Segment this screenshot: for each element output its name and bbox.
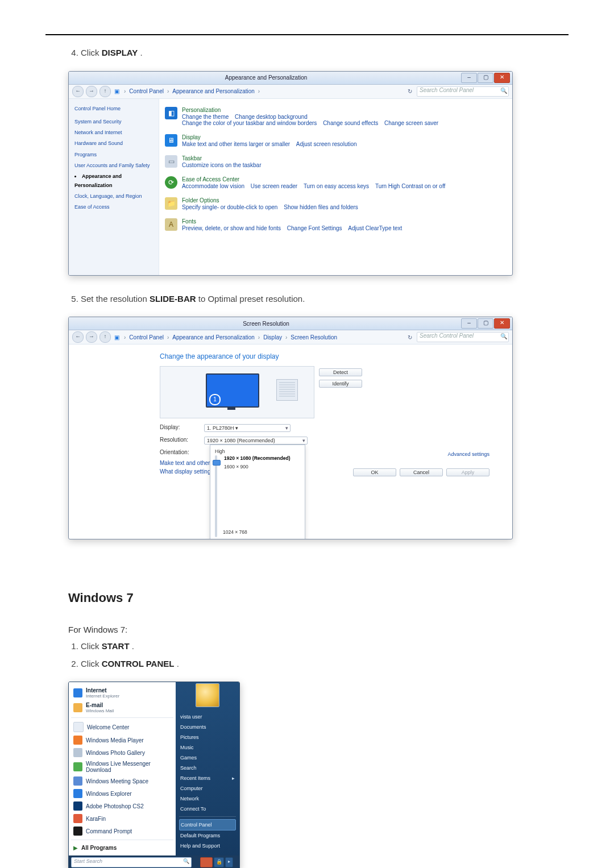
- maximize-button[interactable]: ▢: [478, 318, 493, 329]
- cancel-button[interactable]: Cancel: [400, 468, 443, 476]
- advanced-settings-link[interactable]: Advanced settings: [447, 451, 489, 457]
- resolution-slider-popup[interactable]: High 1920 × 1080 (Recommended) 1600 × 90…: [210, 445, 305, 539]
- right-item[interactable]: Pictures: [179, 732, 236, 742]
- ok-button[interactable]: OK: [353, 468, 396, 476]
- monitor-1[interactable]: 1: [206, 373, 259, 408]
- category-link[interactable]: Use screen reader: [251, 183, 297, 189]
- category-link[interactable]: Customize icons on the taskbar: [182, 162, 262, 168]
- maximize-button[interactable]: ▢: [478, 73, 493, 83]
- nav-up-button[interactable]: ↑: [99, 331, 111, 343]
- apply-button[interactable]: Apply: [446, 468, 489, 476]
- start-item-internet[interactable]: Internet Internet Explorer: [71, 686, 173, 700]
- start-item[interactable]: Welcome Center: [71, 720, 173, 734]
- category-link[interactable]: Make text and other items larger or smal…: [182, 141, 290, 147]
- right-item[interactable]: Games: [179, 753, 236, 763]
- titlebar[interactable]: Appearance and Personalization – ▢ ✕: [69, 72, 512, 85]
- sidebar-item[interactable]: Network and Internet: [74, 128, 154, 137]
- minimize-button[interactable]: –: [461, 318, 477, 329]
- right-item[interactable]: Computer: [179, 783, 236, 794]
- sidebar-item[interactable]: Programs: [74, 151, 154, 159]
- category-link[interactable]: Show hidden files and folders: [284, 204, 358, 210]
- right-item[interactable]: Help and Support: [179, 841, 236, 851]
- resolution-option[interactable]: 1600 × 900: [224, 463, 300, 471]
- category-link[interactable]: Adjust screen resolution: [296, 141, 357, 147]
- search-input[interactable]: Search Control Panel 🔍: [417, 86, 509, 97]
- refresh-button[interactable]: ↻: [408, 334, 412, 340]
- category-link[interactable]: Change screen saver: [384, 120, 438, 126]
- sidebar-item[interactable]: Hardware and Sound: [74, 139, 154, 148]
- start-item[interactable]: Command Prompt: [71, 825, 173, 837]
- right-item[interactable]: Connect To: [179, 804, 236, 814]
- resolution-option[interactable]: 1920 × 1080 (Recommended): [224, 454, 300, 463]
- category-title[interactable]: Folder Options: [182, 197, 358, 203]
- display-select[interactable]: 1. PL2780H ▾: [204, 424, 291, 432]
- user-avatar[interactable]: [196, 683, 219, 707]
- breadcrumb[interactable]: Appearance and Personalization: [172, 88, 255, 94]
- breadcrumb[interactable]: Display: [263, 334, 282, 340]
- category-link[interactable]: Change sound effects: [323, 120, 378, 126]
- sidebar-item[interactable]: User Accounts and Family Safety: [74, 161, 154, 170]
- right-item[interactable]: Music: [179, 742, 236, 753]
- close-button[interactable]: ✕: [494, 318, 510, 329]
- right-item[interactable]: Documents: [179, 722, 236, 732]
- resolution-select[interactable]: 1920 × 1080 (Recommended): [204, 437, 308, 445]
- refresh-button[interactable]: ↻: [408, 88, 412, 94]
- sidebar-item[interactable]: Ease of Access: [74, 203, 154, 211]
- start-item[interactable]: Adobe Photoshop CS2: [71, 800, 173, 812]
- category-title[interactable]: Fonts: [182, 218, 402, 225]
- start-item[interactable]: Windows Meeting Space: [71, 775, 173, 787]
- lock-button[interactable]: 🔒: [214, 857, 224, 867]
- sidebar-item[interactable]: System and Security: [74, 118, 154, 126]
- category-title[interactable]: Display: [182, 134, 357, 140]
- start-item[interactable]: Windows Media Player: [71, 734, 173, 746]
- slider-thumb[interactable]: [213, 460, 221, 466]
- nav-forward-button[interactable]: →: [86, 86, 97, 97]
- all-programs[interactable]: ▶ All Programs: [71, 842, 173, 853]
- right-item[interactable]: Search: [179, 763, 236, 773]
- secondary-device-icon[interactable]: [276, 379, 298, 401]
- detect-button[interactable]: Detect: [319, 368, 362, 376]
- category-link[interactable]: Change Font Settings: [287, 225, 342, 231]
- slider-track[interactable]: [215, 455, 217, 537]
- category-link[interactable]: Turn on easy access keys: [304, 183, 369, 189]
- category-link[interactable]: Turn High Contrast on or off: [375, 183, 445, 189]
- breadcrumb[interactable]: Appearance and Personalization: [172, 334, 255, 340]
- sidebar-home[interactable]: Control Panel Home: [74, 105, 154, 113]
- category-link[interactable]: Preview, delete, or show and hide fonts: [182, 225, 281, 231]
- breadcrumb[interactable]: Control Panel: [129, 334, 164, 340]
- breadcrumb[interactable]: Screen Resolution: [291, 334, 337, 340]
- nav-up-button[interactable]: ↑: [99, 86, 111, 97]
- category-link[interactable]: Change desktop background: [235, 114, 308, 120]
- start-search-input[interactable]: Start Search 🔍: [71, 857, 192, 867]
- search-input[interactable]: Search Control Panel 🔍: [417, 332, 509, 342]
- category-title[interactable]: Personalization: [182, 107, 438, 113]
- identify-button[interactable]: Identify: [319, 380, 362, 388]
- category-link[interactable]: Adjust ClearType text: [348, 225, 402, 231]
- sidebar-item[interactable]: Clock, Language, and Region: [74, 192, 154, 201]
- breadcrumb[interactable]: Control Panel: [129, 88, 164, 94]
- start-item[interactable]: Windows Explorer: [71, 787, 173, 800]
- category-title[interactable]: Taskbar: [182, 155, 262, 161]
- start-item[interactable]: Windows Live Messenger Download: [71, 759, 173, 775]
- start-item-email[interactable]: E-mail Windows Mail: [71, 700, 173, 715]
- category-link[interactable]: Change the theme: [182, 114, 229, 120]
- power-button[interactable]: [200, 857, 213, 867]
- close-button[interactable]: ✕: [494, 73, 510, 83]
- monitor-preview[interactable]: 1: [160, 366, 314, 418]
- power-menu-dropdown[interactable]: ▸: [225, 857, 233, 867]
- sidebar-item-active[interactable]: Appearance and Personalization: [74, 172, 154, 190]
- start-item[interactable]: Windows Photo Gallery: [71, 746, 173, 759]
- nav-back-button[interactable]: ←: [72, 86, 84, 97]
- resolution-option[interactable]: 1024 × 768: [223, 529, 247, 535]
- right-item[interactable]: Default Programs: [179, 830, 236, 841]
- titlebar[interactable]: Screen Resolution – ▢ ✕: [69, 317, 512, 330]
- right-item[interactable]: Recent Items▸: [179, 773, 236, 783]
- category-link[interactable]: Change the color of your taskbar and win…: [182, 120, 317, 126]
- category-link[interactable]: Specify single- or double-click to open: [182, 204, 277, 210]
- category-link[interactable]: Accommodate low vision: [182, 183, 244, 189]
- nav-back-button[interactable]: ←: [72, 331, 84, 343]
- start-item[interactable]: KaraFin: [71, 812, 173, 825]
- nav-forward-button[interactable]: →: [86, 331, 97, 343]
- right-item[interactable]: Network: [179, 794, 236, 804]
- minimize-button[interactable]: –: [461, 73, 477, 83]
